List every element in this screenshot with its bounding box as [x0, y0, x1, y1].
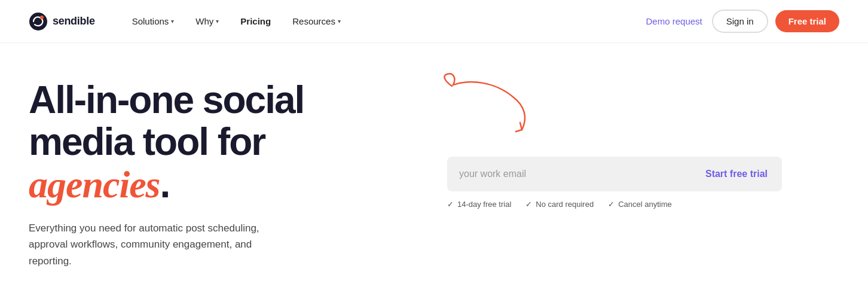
hero-left: All-in-one social media tool for agencie…: [29, 67, 399, 269]
hero-section: All-in-one social media tool for agencie…: [0, 43, 868, 299]
email-input[interactable]: [447, 169, 691, 179]
badge-14day: ✓ 14-day free trial: [447, 200, 511, 209]
chevron-down-icon: ▾: [171, 18, 174, 25]
hero-heading-line1: All-in-one social: [29, 78, 304, 121]
email-form-area: Start free trial ✓ 14-day free trial ✓ N…: [447, 157, 782, 209]
nav-right: Demo request Sign in Free trial: [644, 10, 839, 33]
check-icon: ✓: [525, 200, 532, 209]
hero-heading-line2: media tool for: [29, 120, 265, 163]
check-icon: ✓: [608, 200, 615, 209]
nav-item-solutions[interactable]: Solutions ▾: [124, 11, 183, 31]
hero-subtext: Everything you need for automatic post s…: [29, 220, 292, 269]
badge-cancel: ✓ Cancel anytime: [608, 200, 672, 209]
logo-text: sendible: [53, 15, 95, 28]
trust-badges: ✓ 14-day free trial ✓ No card required ✓…: [447, 200, 782, 209]
nav-item-why[interactable]: Why ▾: [187, 11, 227, 31]
demo-request-link[interactable]: Demo request: [644, 11, 705, 31]
hero-heading: All-in-one social media tool for agencie…: [29, 79, 399, 206]
hero-right: Start free trial ✓ 14-day free trial ✓ N…: [399, 67, 839, 209]
svg-point-1: [40, 16, 44, 19]
nav-item-pricing[interactable]: Pricing: [232, 11, 279, 31]
check-icon: ✓: [447, 200, 454, 209]
chevron-down-icon: ▾: [338, 18, 341, 25]
svg-point-0: [29, 13, 47, 30]
hero-agencies-word: agencies: [29, 163, 160, 206]
start-free-trial-button[interactable]: Start free trial: [691, 157, 782, 191]
navbar: sendible Solutions ▾ Why ▾ Pricing Resou…: [0, 0, 868, 43]
badge-no-card: ✓ No card required: [525, 200, 594, 209]
chevron-down-icon: ▾: [216, 18, 219, 25]
arrow-decoration-icon: [435, 73, 543, 145]
logo-link[interactable]: sendible: [29, 12, 95, 31]
nav-links: Solutions ▾ Why ▾ Pricing Resources ▾: [124, 11, 644, 31]
sendible-logo-icon: [29, 12, 48, 31]
nav-item-resources[interactable]: Resources ▾: [284, 11, 349, 31]
email-input-row: Start free trial: [447, 157, 782, 191]
sign-in-button[interactable]: Sign in: [712, 10, 768, 33]
free-trial-nav-button[interactable]: Free trial: [775, 10, 839, 32]
